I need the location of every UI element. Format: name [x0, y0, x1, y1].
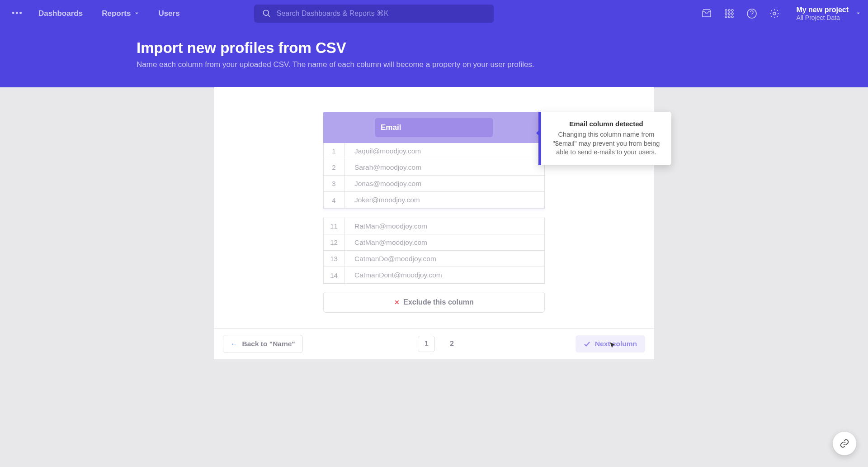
project-chevron-icon [856, 11, 861, 16]
main-card: Email column detected Changing this colu… [214, 87, 654, 359]
nav-reports-label: Reports [102, 9, 131, 18]
project-subtitle: All Project Data [796, 14, 849, 21]
svg-point-4 [731, 10, 733, 11]
table-row: 13CatmanDo@moodjoy.com [324, 251, 544, 267]
nav-dashboards-label: Dashboards [38, 9, 83, 18]
back-button[interactable]: ← Back to "Name" [223, 335, 303, 353]
page-1[interactable]: 1 [418, 336, 435, 352]
svg-point-3 [728, 10, 730, 11]
row-value: Joker@moodjoy.com [344, 192, 420, 208]
row-value: Jaquil@moodjoy.com [344, 143, 421, 159]
table-row: 12CatMan@moodjoy.com [324, 234, 544, 251]
column-name-input-wrap[interactable] [375, 118, 493, 137]
check-icon [584, 341, 590, 348]
preview-table-bottom: 11RatMan@moodjoy.com12CatMan@moodjoy.com… [323, 218, 545, 284]
content-area: Email column detected Changing this colu… [214, 87, 654, 328]
search-input[interactable] [277, 10, 486, 18]
svg-point-6 [728, 13, 730, 14]
pagination: 1 2 [418, 336, 460, 352]
svg-point-7 [731, 13, 733, 14]
x-icon: ✕ [394, 299, 400, 306]
svg-point-9 [728, 16, 730, 18]
exclude-label: Exclude this column [403, 298, 474, 306]
menu-dots-icon[interactable]: ••• [7, 5, 28, 22]
page-title: Import new profiles from CSV [137, 39, 868, 57]
nav-reports[interactable]: Reports [94, 5, 147, 23]
row-value: CatmanDo@moodjoy.com [344, 251, 436, 267]
svg-point-13 [773, 12, 776, 15]
page-2[interactable]: 2 [443, 336, 460, 352]
next-label: Next column [595, 340, 637, 348]
table-row: 14CatmanDont@moodjoy.com [324, 267, 544, 283]
svg-point-0 [263, 10, 269, 15]
tooltip-body: Changing this column name from "$email" … [551, 130, 661, 157]
table-row: 11RatMan@moodjoy.com [324, 218, 544, 234]
svg-point-12 [752, 15, 753, 16]
row-value: RatMan@moodjoy.com [344, 218, 427, 234]
row-number: 4 [324, 192, 344, 208]
help-icon[interactable] [746, 8, 757, 19]
column-header: Email column detected Changing this colu… [323, 112, 545, 143]
card-footer: ← Back to "Name" 1 2 Next column [214, 328, 654, 359]
table-row: 1Jaquil@moodjoy.com [324, 143, 544, 159]
row-number: 11 [324, 218, 344, 234]
row-value: Jonas@moodjoy.com [344, 176, 421, 191]
svg-line-1 [268, 14, 270, 17]
email-detected-tooltip: Email column detected Changing this colu… [538, 112, 671, 165]
link-icon [840, 438, 849, 448]
row-number: 2 [324, 159, 344, 175]
table-divider [323, 209, 545, 212]
row-number: 12 [324, 234, 344, 250]
nav-users-label: Users [158, 9, 179, 18]
project-selector[interactable]: My new project All Project Data [796, 6, 849, 21]
row-number: 14 [324, 267, 344, 283]
back-label: Back to "Name" [242, 340, 295, 348]
gear-icon[interactable] [769, 8, 780, 19]
svg-point-8 [725, 16, 727, 18]
svg-point-5 [725, 13, 727, 14]
row-value: CatMan@moodjoy.com [344, 234, 427, 250]
exclude-column-button[interactable]: ✕ Exclude this column [323, 292, 545, 313]
page-description: Name each column from your uploaded CSV.… [137, 60, 868, 69]
link-fab[interactable] [833, 432, 856, 455]
inbox-icon[interactable] [701, 8, 712, 19]
row-value: CatmanDont@moodjoy.com [344, 267, 442, 283]
row-number: 3 [324, 176, 344, 191]
chevron-down-icon [134, 11, 139, 16]
top-navbar: ••• Dashboards Reports Users My new proj… [0, 0, 868, 27]
search-container[interactable] [254, 5, 494, 23]
table-row: 2Sarah@moodjoy.com [324, 159, 544, 176]
svg-point-10 [731, 16, 733, 18]
search-icon [262, 9, 271, 18]
svg-point-2 [725, 10, 727, 11]
row-value: Sarah@moodjoy.com [344, 159, 421, 175]
table-row: 3Jonas@moodjoy.com [324, 176, 544, 192]
table-row: 4Joker@moodjoy.com [324, 192, 544, 208]
column-name-input[interactable] [381, 123, 480, 132]
next-column-button[interactable]: Next column [576, 335, 645, 353]
preview-table-top: 1Jaquil@moodjoy.com2Sarah@moodjoy.com3Jo… [323, 143, 545, 209]
nav-dashboards[interactable]: Dashboards [30, 5, 91, 23]
page-header: Import new profiles from CSV Name each c… [0, 27, 868, 87]
tooltip-title: Email column detected [551, 120, 661, 128]
apps-icon[interactable] [724, 8, 735, 19]
project-name: My new project [796, 6, 849, 14]
arrow-left-icon: ← [231, 340, 238, 348]
row-number: 13 [324, 251, 344, 267]
nav-users[interactable]: Users [150, 5, 188, 23]
topbar-right: My new project All Project Data [701, 6, 861, 21]
row-number: 1 [324, 143, 344, 159]
